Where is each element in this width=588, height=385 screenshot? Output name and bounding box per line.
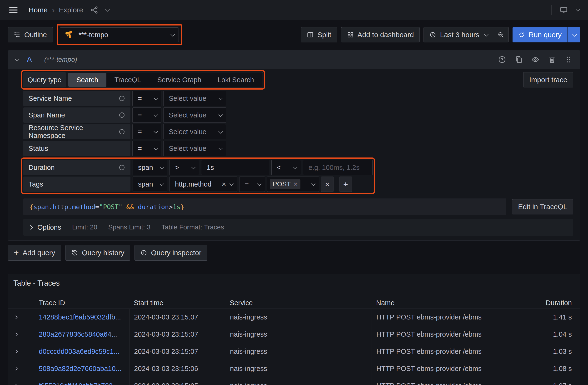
filter-operator-select[interactable]: = [132,91,161,106]
duration-from-input[interactable] [201,160,269,175]
info-icon[interactable] [119,95,125,102]
start-time-cell: 2024-03-03 23:15:07 [129,309,226,326]
service-cell: nais-ingress [226,326,372,343]
collapse-chevron-icon[interactable] [15,57,19,61]
traceql-token: { [29,203,33,211]
tag-scope-select[interactable]: span [133,177,167,192]
zoom-out-time-button[interactable] [493,27,509,43]
expand-row-chevron[interactable] [8,309,34,326]
column-header-name[interactable]: Name [372,299,520,307]
filter-operator-select[interactable]: = [132,124,161,139]
filter-value-select[interactable]: Select value [163,124,226,139]
monitor-icon[interactable] [560,6,568,14]
expand-row-chevron[interactable] [8,343,34,360]
query-history-button[interactable]: Query history [65,245,130,261]
filter-value-select[interactable]: Select value [163,91,226,106]
tags-label: Tags [29,180,43,188]
expand-row-chevron[interactable] [8,360,34,377]
query-type-tab-service-graph[interactable]: Service Graph [149,73,209,87]
filter-value-select[interactable]: Select value [163,108,226,123]
traceql-token: > [169,203,173,211]
traces-table-panel: Table - Traces Trace ID Start time Servi… [8,274,580,385]
info-icon[interactable] [119,164,125,171]
import-trace-button[interactable]: Import trace [523,72,573,88]
share-icon[interactable] [90,6,98,14]
outline-label: Outline [24,31,47,39]
filter-operator-select[interactable]: = [132,141,161,156]
expand-row-chevron[interactable] [8,377,34,385]
share-options-chevron-icon[interactable] [105,8,108,11]
plus-icon: + [14,248,19,258]
query-type-tab-search[interactable]: Search [68,73,106,87]
name-cell: HTTP POST ebms-provider /ebms [372,360,520,377]
table-row: 508a9a82d2e7660aba10... 2024-03-03 23:15… [8,360,580,377]
trace-id-link[interactable]: f655310eff110cbb7b723... [39,382,118,385]
duration-from-operator-select[interactable]: > [169,160,199,175]
remove-tag-value-icon[interactable]: × [294,181,297,187]
column-header-start-time[interactable]: Start time [129,299,226,307]
traceql-token: 1s [173,203,181,211]
trash-icon[interactable] [548,55,556,64]
run-query-button[interactable]: Run query [513,27,567,43]
name-cell: HTTP POST ebms-provider /ebms [372,326,520,343]
filter-value-select[interactable]: Select value [163,141,226,156]
query-type-tab-traceql[interactable]: TraceQL [106,73,149,87]
expand-row-chevron[interactable] [8,326,34,343]
options-toggle[interactable]: Options [29,224,61,231]
help-icon[interactable] [498,55,506,64]
trace-id-link[interactable]: 508a9a82d2e7660aba10... [39,365,121,373]
query-datasource-hint: (***-tempo) [44,56,77,63]
eye-icon[interactable] [531,55,539,64]
outline-button[interactable]: Outline [8,27,53,43]
sync-icon [518,31,525,38]
tag-value-select[interactable]: POST× [267,177,319,192]
tag-operator-select[interactable]: = [239,177,265,192]
info-icon[interactable] [119,112,125,118]
filter-operator-select[interactable]: = [132,108,161,123]
query-inspector-button[interactable]: Query inspector [134,245,207,261]
breadcrumb-home[interactable]: Home [29,6,48,14]
name-cell: HTTP POST ebms-provider /ebms [372,343,520,360]
trace-id-link[interactable]: d0cccdd003a6ed9c59c1... [39,348,120,356]
datasource-picker[interactable]: ***-tempo [60,27,179,42]
copy-icon[interactable] [515,55,523,64]
add-query-button[interactable]: + Add query [8,245,61,261]
duration-scope-select[interactable]: span [133,160,167,175]
column-header-trace-id[interactable]: Trace ID [34,299,129,307]
time-range-button[interactable]: Last 3 hours [423,27,493,43]
trace-id-link[interactable]: 14288bec1f6ab59032dfb... [39,313,121,321]
split-icon [307,31,314,38]
service-cell: nais-ingress [226,343,372,360]
duration-cell: 1.07 s [520,377,580,385]
table-body: 14288bec1f6ab59032dfb... 2024-03-03 23:1… [8,309,580,385]
start-time-cell: 2024-03-03 23:15:06 [129,360,226,377]
menu-icon[interactable] [9,7,18,13]
duration-to-input[interactable] [303,160,373,175]
drag-grip-icon[interactable] [565,55,573,64]
filter-label-box: Service Name [23,91,130,106]
edit-in-traceql-button[interactable]: Edit in TraceQL [512,199,573,214]
remove-tag-button[interactable]: × [321,177,334,192]
trace-id-link[interactable]: 280a2677836c5840a64... [39,330,117,338]
options-label: Options [37,224,61,231]
add-to-dashboard-button[interactable]: Add to dashboard [341,27,420,43]
filter-label-box: Resource Service Namespace [23,124,130,139]
tempo-logo-icon [65,30,74,40]
query-row-header[interactable]: A (***-tempo) [8,50,580,69]
table-row: d0cccdd003a6ed9c59c1... 2024-03-03 23:15… [8,343,580,360]
kiosk-chevron-icon[interactable] [576,8,579,11]
column-header-duration[interactable]: Duration [520,299,580,307]
split-button[interactable]: Split [301,27,337,43]
duration-to-operator-select[interactable]: < [271,160,301,175]
run-query-options-chevron[interactable] [567,27,580,43]
tag-key-select[interactable]: http.method × [169,177,237,192]
clear-tag-key-icon[interactable]: × [222,180,226,188]
traceql-token: && [122,203,138,211]
add-tag-button[interactable]: + [339,177,352,192]
clock-icon [429,31,436,38]
query-type-tab-loki-search[interactable]: Loki Search [210,73,262,87]
info-icon[interactable] [119,128,125,135]
table-row: 280a2677836c5840a64... 2024-03-03 23:15:… [8,326,580,343]
filter-row: Status = Select value [23,141,573,156]
column-header-service[interactable]: Service [226,299,372,307]
